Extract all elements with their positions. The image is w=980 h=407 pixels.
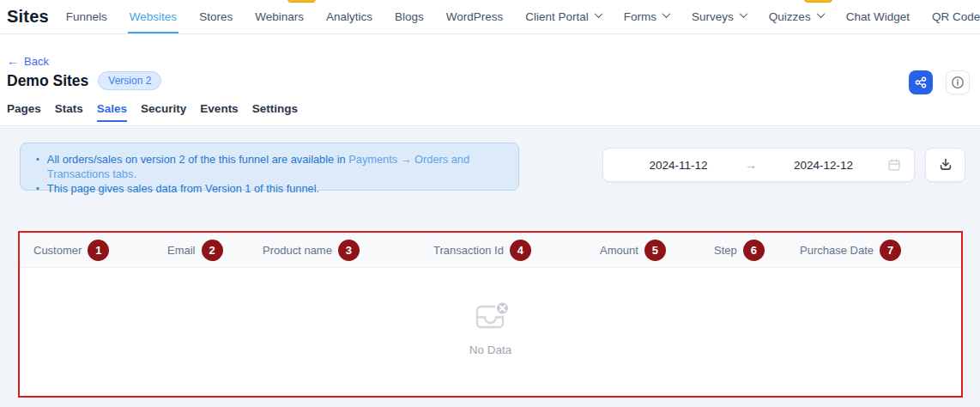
- page-tabs: Pages Stats Sales Security Events Settin…: [7, 102, 298, 122]
- no-data-icon: [471, 300, 511, 334]
- share-icon: [914, 76, 928, 89]
- chevron-down-icon: [594, 9, 602, 18]
- bullet: •: [36, 152, 39, 181]
- info-icon: [951, 76, 965, 89]
- empty-state: No Data: [20, 300, 961, 356]
- chevron-down-icon: [662, 9, 671, 18]
- info-button[interactable]: [946, 70, 970, 94]
- tab-settings[interactable]: Settings: [252, 102, 298, 122]
- column-header-product-name[interactable]: Product name 3: [263, 233, 360, 268]
- back-arrow-icon: ←: [7, 54, 19, 68]
- annotation-badge-5: 5: [644, 240, 666, 261]
- column-header-amount[interactable]: Amount 5: [600, 233, 666, 268]
- app-window: Sites Funnels Websites Stores Webinars N…: [0, 0, 980, 407]
- start-date-value[interactable]: 2024-11-12: [615, 159, 741, 172]
- top-navbar: Sites Funnels Websites Stores Webinars N…: [0, 0, 980, 34]
- tab-events[interactable]: Events: [200, 102, 238, 122]
- nav-item-analytics[interactable]: Analytics: [326, 0, 372, 33]
- alert-text: This page gives sales data from Version …: [47, 181, 319, 196]
- primary-nav: Funnels Websites Stores Webinars New Ana…: [66, 0, 980, 33]
- nav-item-quizzes[interactable]: Quizzes New: [769, 0, 824, 33]
- nav-item-qr-codes[interactable]: QR Codes: [932, 0, 980, 33]
- annotation-badge-7: 7: [880, 240, 901, 261]
- chevron-down-icon: [739, 9, 747, 18]
- back-link[interactable]: ← Back: [7, 54, 49, 68]
- calendar-icon: [886, 157, 902, 173]
- nav-item-stores[interactable]: Stores: [199, 0, 233, 33]
- annotation-badge-4: 4: [510, 240, 531, 261]
- nav-item-client-portal[interactable]: Client Portal: [525, 0, 602, 33]
- table-header-row: Customer 1 Email 2 Product name 3 Transa…: [20, 233, 961, 268]
- column-header-transaction-id[interactable]: Transaction Id 4: [433, 233, 531, 268]
- tab-sales[interactable]: Sales: [97, 102, 127, 122]
- tab-stats[interactable]: Stats: [55, 102, 83, 122]
- range-arrow-icon: →: [741, 158, 760, 172]
- tab-pages[interactable]: Pages: [7, 102, 41, 122]
- info-alert: • All orders/sales on version 2 of the t…: [20, 143, 519, 191]
- annotation-badge-2: 2: [202, 240, 223, 261]
- tab-security[interactable]: Security: [141, 102, 186, 122]
- nav-item-surveys[interactable]: Surveys: [692, 0, 747, 33]
- bullet: •: [36, 181, 39, 196]
- date-range-picker[interactable]: 2024-11-12 → 2024-12-12: [602, 148, 915, 182]
- annotation-badge-1: 1: [88, 240, 109, 261]
- app-logo[interactable]: Sites: [7, 7, 49, 27]
- no-data-label: No Data: [20, 343, 961, 356]
- nav-item-websites[interactable]: Websites: [130, 0, 177, 33]
- chevron-down-icon: [816, 9, 825, 18]
- nav-item-wordpress[interactable]: WordPress: [446, 0, 504, 33]
- column-header-email[interactable]: Email 2: [167, 233, 223, 268]
- new-badge: New: [287, 0, 316, 3]
- share-button[interactable]: [909, 70, 933, 94]
- alert-line-2: • This page gives sales data from Versio…: [36, 181, 506, 196]
- annotation-badge-3: 3: [338, 240, 360, 261]
- download-export-button[interactable]: [925, 148, 965, 182]
- nav-item-chat-widget[interactable]: Chat Widget: [846, 0, 910, 33]
- version-badge: Version 2: [98, 71, 161, 90]
- alert-line-1: • All orders/sales on version 2 of the t…: [36, 152, 506, 181]
- nav-item-forms[interactable]: Forms: [624, 0, 669, 33]
- column-header-customer[interactable]: Customer 1: [33, 233, 109, 268]
- download-icon: [937, 156, 954, 173]
- nav-item-blogs[interactable]: Blogs: [395, 0, 424, 33]
- title-row: Demo Sites Version 2: [7, 71, 161, 90]
- page-title: Demo Sites: [7, 72, 88, 90]
- end-date-value[interactable]: 2024-12-12: [760, 159, 886, 172]
- nav-item-funnels[interactable]: Funnels: [66, 0, 107, 33]
- annotation-rectangle: Customer 1 Email 2 Product name 3 Transa…: [18, 231, 963, 398]
- nav-item-webinars[interactable]: Webinars New: [255, 0, 304, 33]
- new-badge: New: [804, 0, 832, 3]
- annotation-badge-6: 6: [743, 240, 765, 261]
- alert-text: All orders/sales on version 2 of the thi…: [47, 152, 506, 181]
- column-header-step[interactable]: Step 6: [714, 233, 765, 268]
- column-header-purchase-date[interactable]: Purchase Date 7: [800, 233, 901, 268]
